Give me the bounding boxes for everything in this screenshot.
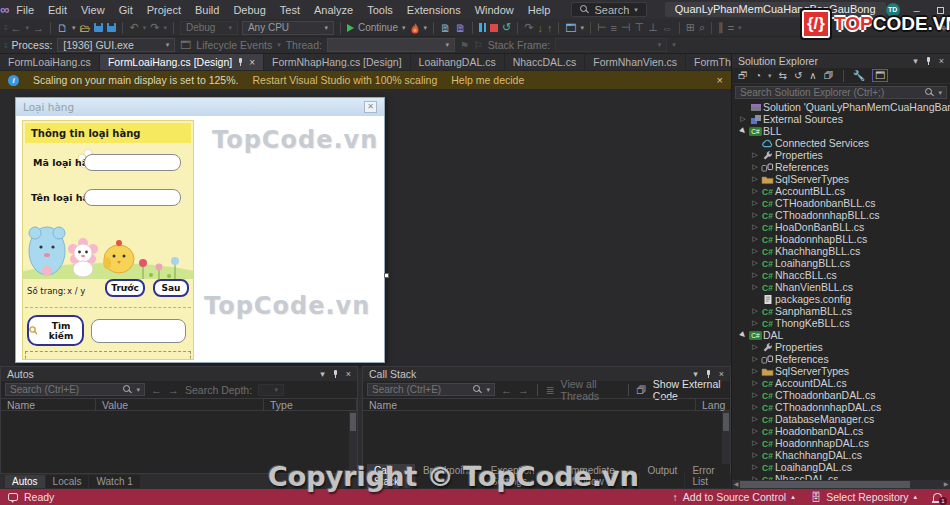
expander-icon[interactable]: ▷ <box>750 151 760 159</box>
expander-icon[interactable]: ▷ <box>750 247 760 255</box>
notifications-button[interactable]: 1 <box>933 493 942 501</box>
tree-item-references[interactable]: ▷References <box>732 353 950 365</box>
tree-item-nhaccbll-cs[interactable]: ▷C#NhaccBLL.cs <box>732 269 950 281</box>
search-depth-dropdown[interactable]: ▾ <box>258 384 284 396</box>
panel-tab-autos[interactable]: Autos <box>5 475 45 488</box>
solution-search-input[interactable] <box>740 87 921 98</box>
expander-icon[interactable]: ▷ <box>750 451 760 459</box>
tree-item-cthoadonbandal-cs[interactable]: ▷C#CThoadonbanDAL.cs <box>732 389 950 401</box>
align-centers-icon[interactable]: ≡ <box>611 22 617 34</box>
menu-file[interactable]: File <box>9 4 41 16</box>
panel-tab-watch-1[interactable]: Watch 1 <box>89 475 139 488</box>
callstack-search-box[interactable]: ▾ <box>367 383 495 396</box>
solution-horizontal-scrollbar[interactable]: ◀▶ <box>732 480 950 489</box>
column-value[interactable]: Value <box>96 399 264 410</box>
tree-item-hoadonbanbll-cs[interactable]: ▷C#HoaDonBanBLL.cs <box>732 221 950 233</box>
tree-item-hoadonnhapbll-cs[interactable]: ▷C#HoadonnhapBLL.cs <box>732 233 950 245</box>
code-textbox[interactable] <box>84 154 181 171</box>
hot-reload-flame-icon[interactable] <box>410 22 420 34</box>
menu-build[interactable]: Build <box>188 4 226 16</box>
expander-icon[interactable]: ▷ <box>750 211 760 219</box>
tree-item-hoadonnhapdal-cs[interactable]: ▷C#HoadonnhapDAL.cs <box>732 437 950 449</box>
column-type[interactable]: Type <box>264 399 357 410</box>
redo-icon[interactable]: ↷ <box>150 21 159 34</box>
tree-item-thongkebll-cs[interactable]: ▷C#ThongKeBLL.cs <box>732 317 950 329</box>
switch-views-icon[interactable]: 🗗 <box>738 70 748 81</box>
close-icon[interactable]: × <box>346 369 351 379</box>
expander-icon[interactable]: ▷ <box>750 283 760 291</box>
tree-item-databasemanager-cs[interactable]: ▷C#DatabaseManager.cs <box>732 413 950 425</box>
expander-icon[interactable]: ▷ <box>750 355 760 363</box>
new-file-icon[interactable]: 🗋 <box>57 22 68 34</box>
restart-scaling-link[interactable]: Restart Visual Studio with 100% scaling <box>252 74 437 86</box>
feedback-icon[interactable] <box>8 493 18 501</box>
tree-item-sqlservertypes[interactable]: ▷SqlServerTypes <box>732 173 950 185</box>
expander-icon[interactable]: ▷ <box>750 379 760 387</box>
expander-icon[interactable]: ▷ <box>750 187 760 195</box>
tree-item-packages-config[interactable]: packages.config <box>732 293 950 305</box>
close-icon[interactable]: × <box>249 57 255 68</box>
prev-button[interactable]: Trước <box>105 279 145 297</box>
undo-icon[interactable]: ↶ <box>129 21 138 34</box>
tree-item-loaihangbll-cs[interactable]: ▷C#LoaihangBLL.cs <box>732 257 950 269</box>
tree-item-sqlservertypes[interactable]: ▷SqlServerTypes <box>732 365 950 377</box>
solution-search-box[interactable]: ▾ <box>735 86 947 99</box>
zoom-icon[interactable]: ⌕ <box>699 21 705 34</box>
tab-formnhanvien-cs[interactable]: FormNhanVien.cs <box>585 54 686 70</box>
expander-icon[interactable]: ▷ <box>750 199 760 207</box>
restart-application-icon[interactable]: 🗎 <box>455 22 466 34</box>
flag-icon[interactable]: ⚑ <box>460 40 469 51</box>
solution-platform-dropdown[interactable]: Any CPU▾ <box>242 21 334 35</box>
select-repository-button[interactable]: 🗄 Select Repository ▴ <box>811 491 917 503</box>
expander-icon[interactable]: ▷ <box>738 115 748 123</box>
window-position-icon[interactable]: ▾ <box>320 369 325 379</box>
pin-icon[interactable] <box>705 370 712 379</box>
solution-configuration-dropdown[interactable]: Debug▾ <box>180 21 238 35</box>
close-icon[interactable]: × <box>939 56 944 66</box>
expander-icon[interactable]: ▷ <box>750 235 760 243</box>
menu-test[interactable]: Test <box>273 4 307 16</box>
expander-icon[interactable]: ▷ <box>750 307 760 315</box>
menu-help[interactable]: Help <box>521 4 558 16</box>
thread-dropdown[interactable]: ▾ <box>327 38 455 52</box>
expander-icon[interactable]: ▷ <box>750 367 760 375</box>
horizontal-spacing-icon[interactable]: ∥ <box>718 21 724 34</box>
align-lefts-icon[interactable]: ⊢ <box>597 21 607 34</box>
apply-code-changes-icon[interactable]: 🗎 <box>440 22 451 34</box>
tab-formloaihang-cs[interactable]: FormLoaiHang.cs <box>0 54 100 70</box>
tab-nhaccdal-cs[interactable]: NhaccDAL.cs <box>505 54 586 70</box>
designer-view-icon[interactable]: 🗔 <box>565 22 576 34</box>
flag-outline-icon[interactable]: ⚐ <box>474 40 483 51</box>
autos-title-bar[interactable]: Autos ▾ × <box>1 367 357 381</box>
properties-icon[interactable]: 🔧 <box>853 70 865 81</box>
tree-item-khachhangdal-cs[interactable]: ▷C#KhachhangDAL.cs <box>732 449 950 461</box>
search-forward-icon[interactable]: → <box>168 384 179 396</box>
autos-search-input[interactable] <box>10 384 119 395</box>
menu-analyze[interactable]: Analyze <box>307 4 360 16</box>
stop-debugging-icon[interactable] <box>490 24 498 32</box>
form-resize-handle[interactable] <box>384 273 389 278</box>
expander-icon[interactable]: ▷ <box>750 319 760 327</box>
expander-icon[interactable]: ▷ <box>750 439 760 447</box>
expander-icon[interactable]: ▷ <box>750 427 760 435</box>
menu-extensions[interactable]: Extensions <box>400 4 468 16</box>
expander-icon[interactable]: ▷ <box>750 271 760 279</box>
align-middles-icon[interactable]: ⊥ <box>648 21 658 34</box>
panel-tab-locals[interactable]: Locals <box>46 475 89 488</box>
global-search-box[interactable]: Search ▾ <box>571 2 646 17</box>
pending-changes-filter-icon[interactable]: ◔ <box>755 70 761 81</box>
menu-view[interactable]: View <box>74 4 112 16</box>
search-forward-icon[interactable]: → <box>518 384 529 396</box>
tree-item-references[interactable]: ▷References <box>732 161 950 173</box>
step-into-icon[interactable]: ↓ <box>537 22 543 34</box>
help-me-decide-link[interactable]: Help me decide <box>451 74 524 86</box>
align-tops-icon[interactable]: ⊤ <box>635 21 645 34</box>
search-back-icon[interactable]: ← <box>151 384 162 396</box>
tree-item-connected-services[interactable]: Connected Services <box>732 137 950 149</box>
solution-explorer-title-bar[interactable]: Solution Explorer ▾ × <box>732 54 950 68</box>
tree-item-sanphambll-cs[interactable]: ▷C#SanphamBLL.cs <box>732 305 950 317</box>
search-textbox[interactable] <box>91 319 186 343</box>
designed-form-window[interactable]: Loại hàng ✕ Thông tin loại hàng Mã loại … <box>15 97 385 363</box>
column-name[interactable]: Name <box>1 399 96 410</box>
search-button[interactable]: Tìm kiếm <box>27 315 84 346</box>
